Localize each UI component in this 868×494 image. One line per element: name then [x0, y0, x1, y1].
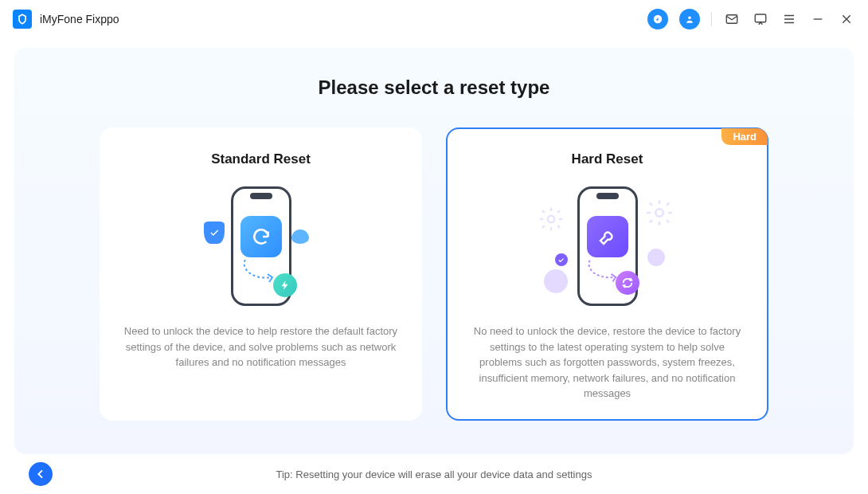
main-panel: Please select a reset type Standard Rese…: [14, 48, 854, 454]
titlebar: iMyFone Fixppo: [0, 0, 868, 38]
card-standard-desc: Need to unlock the device to help restor…: [122, 323, 400, 370]
feedback-icon[interactable]: [752, 10, 769, 28]
hard-reset-illustration: [536, 182, 679, 309]
svg-point-0: [688, 16, 691, 19]
arrow-path-icon: [585, 258, 619, 285]
refresh-app-icon: [240, 216, 282, 257]
dot-icon: [647, 249, 665, 266]
svg-point-10: [655, 209, 663, 217]
back-button[interactable]: [29, 462, 53, 486]
account-icon[interactable]: [679, 9, 700, 29]
arrow-path-icon: [240, 258, 276, 285]
bolt-badge-icon: [273, 273, 297, 297]
tip-text: Tip: Resetting your device will erase al…: [276, 469, 592, 480]
bottom-area: Tip: Resetting your device will erase al…: [0, 454, 868, 494]
titlebar-right: [647, 9, 855, 29]
cards-row: Standard Reset Need to unlock the device…: [86, 127, 782, 421]
gear-icon: [538, 206, 565, 233]
card-hard-reset[interactable]: Hard Hard Reset No: [446, 127, 768, 421]
app-logo-icon: [13, 10, 32, 29]
card-hard-title: Hard Reset: [572, 151, 643, 167]
app-name: iMyFone Fixppo: [40, 13, 119, 25]
divider: [711, 12, 712, 26]
card-standard-reset[interactable]: Standard Reset Need to unlock the device…: [100, 127, 422, 421]
sync-badge-icon: [616, 271, 639, 295]
music-store-icon[interactable]: [647, 9, 668, 29]
titlebar-left: iMyFone Fixppo: [13, 10, 119, 29]
card-standard-title: Standard Reset: [211, 151, 311, 167]
svg-point-9: [547, 216, 554, 223]
menu-icon[interactable]: [780, 10, 798, 28]
svg-rect-2: [755, 14, 766, 22]
check-badge-icon: [555, 253, 568, 266]
hard-badge: Hard: [721, 128, 768, 145]
mail-icon[interactable]: [723, 10, 741, 28]
standard-reset-illustration: [190, 182, 333, 309]
wrench-app-icon: [587, 216, 628, 257]
shield-icon: [204, 222, 225, 244]
close-icon[interactable]: [838, 10, 855, 28]
page-title: Please select a reset type: [319, 76, 550, 99]
dot-icon: [544, 269, 568, 293]
cloud-icon: [291, 229, 309, 244]
minimize-icon[interactable]: [809, 10, 827, 28]
card-hard-desc: No need to unlock the device, restore th…: [468, 323, 746, 402]
gear-icon: [644, 198, 674, 228]
